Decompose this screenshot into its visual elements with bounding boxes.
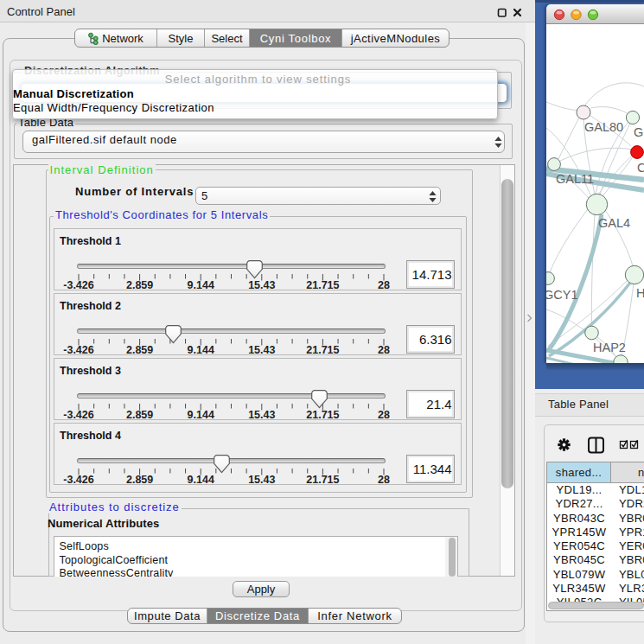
svg-text:GCY1: GCY1 xyxy=(546,288,578,302)
svg-text:GAL4: GAL4 xyxy=(598,216,630,230)
svg-text:C: C xyxy=(637,161,644,175)
svg-text:HAP2: HAP2 xyxy=(593,341,626,354)
svg-text:GAL11: GAL11 xyxy=(556,172,594,186)
svg-text:GAL80: GAL80 xyxy=(584,120,623,134)
svg-text:G.: G. xyxy=(634,125,644,139)
svg-text:H: H xyxy=(636,286,644,300)
